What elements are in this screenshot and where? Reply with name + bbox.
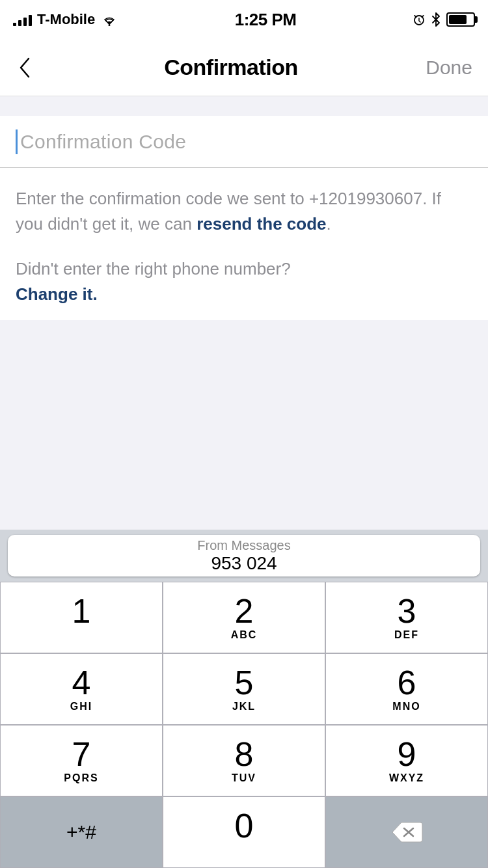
key-3-letters: DEF	[394, 629, 419, 641]
resend-link[interactable]: resend the code	[197, 214, 326, 234]
key-7-number: 7	[72, 737, 91, 771]
key-6[interactable]: 6 MNO	[325, 653, 488, 725]
key-8-letters: TUV	[232, 772, 256, 784]
status-indicators	[413, 12, 475, 27]
text-cursor	[16, 129, 18, 154]
key-6-number: 6	[398, 666, 416, 699]
key-row-4: +*# 0	[0, 796, 488, 868]
alarm-icon	[413, 13, 426, 26]
key-7-letters: PQRS	[64, 772, 98, 784]
key-0[interactable]: 0	[163, 796, 325, 868]
key-delete[interactable]	[325, 796, 488, 868]
key-1-number: 1	[72, 594, 91, 628]
carrier-label: T-Mobile	[37, 11, 95, 28]
key-3[interactable]: 3 DEF	[325, 582, 488, 653]
key-6-letters: MNO	[392, 701, 420, 712]
key-symbols[interactable]: +*#	[0, 796, 163, 868]
key-9[interactable]: 9 WXYZ	[325, 725, 488, 796]
keypad: 1 2 ABC 3 DEF 4 GHI 5 JKL 6	[0, 582, 488, 868]
content-spacer	[0, 320, 488, 541]
key-5-letters: JKL	[232, 701, 256, 712]
suggestion-value: 953 024	[211, 553, 277, 574]
key-5[interactable]: 5 JKL	[163, 653, 325, 725]
key-4-letters: GHI	[70, 701, 92, 712]
done-button[interactable]: Done	[407, 57, 472, 79]
key-1-letters	[79, 629, 83, 641]
key-9-letters: WXYZ	[389, 772, 424, 784]
key-symbols-label: +*#	[66, 821, 96, 843]
svg-point-0	[109, 24, 111, 26]
confirmation-code-field[interactable]: Confirmation Code	[0, 116, 488, 168]
key-4-number: 4	[72, 666, 91, 699]
battery-icon	[446, 12, 475, 27]
change-link[interactable]: Change it.	[16, 284, 98, 304]
nav-bar: Confirmation Done	[0, 39, 488, 96]
wrong-number-text: Didn't enter the right phone number?	[16, 259, 291, 278]
key-4[interactable]: 4 GHI	[0, 653, 163, 725]
content-area: Confirmation Code Enter the confirmation…	[0, 116, 488, 320]
key-9-number: 9	[398, 737, 416, 771]
key-2-number: 2	[235, 594, 254, 628]
page-title: Confirmation	[164, 55, 298, 80]
info-text: Enter the confirmation code we sent to +…	[16, 186, 472, 237]
suggestion-button[interactable]: From Messages 953 024	[8, 535, 480, 576]
suggestion-label: From Messages	[197, 538, 290, 553]
key-row-2: 4 GHI 5 JKL 6 MNO	[0, 653, 488, 725]
carrier-info: T-Mobile	[13, 11, 118, 28]
confirmation-input-placeholder: Confirmation Code	[20, 131, 186, 153]
key-8-number: 8	[235, 737, 254, 771]
key-3-number: 3	[398, 594, 416, 628]
status-time: 1:25 PM	[235, 10, 297, 30]
key-2[interactable]: 2 ABC	[163, 582, 325, 653]
key-0-number: 0	[235, 809, 254, 843]
key-8[interactable]: 8 TUV	[163, 725, 325, 796]
key-5-number: 5	[235, 666, 254, 699]
back-button[interactable]	[16, 53, 55, 82]
info-section: Enter the confirmation code we sent to +…	[0, 168, 488, 320]
key-2-letters: ABC	[231, 629, 258, 641]
key-7[interactable]: 7 PQRS	[0, 725, 163, 796]
keyboard: From Messages 953 024 1 2 ABC 3 DEF 4	[0, 530, 488, 868]
key-0-letters	[242, 844, 246, 856]
delete-icon	[390, 820, 424, 845]
key-1[interactable]: 1	[0, 582, 163, 653]
status-bar: T-Mobile 1:25 PM	[0, 0, 488, 39]
wrong-number-section: Didn't enter the right phone number? Cha…	[16, 256, 472, 307]
key-row-1: 1 2 ABC 3 DEF	[0, 582, 488, 653]
signal-icon	[13, 13, 32, 26]
suggestion-bar: From Messages 953 024	[0, 530, 488, 582]
wifi-icon	[100, 12, 118, 27]
bluetooth-icon	[431, 12, 441, 27]
info-text-after: .	[327, 214, 331, 234]
key-row-3: 7 PQRS 8 TUV 9 WXYZ	[0, 725, 488, 796]
battery-fill	[449, 15, 467, 24]
